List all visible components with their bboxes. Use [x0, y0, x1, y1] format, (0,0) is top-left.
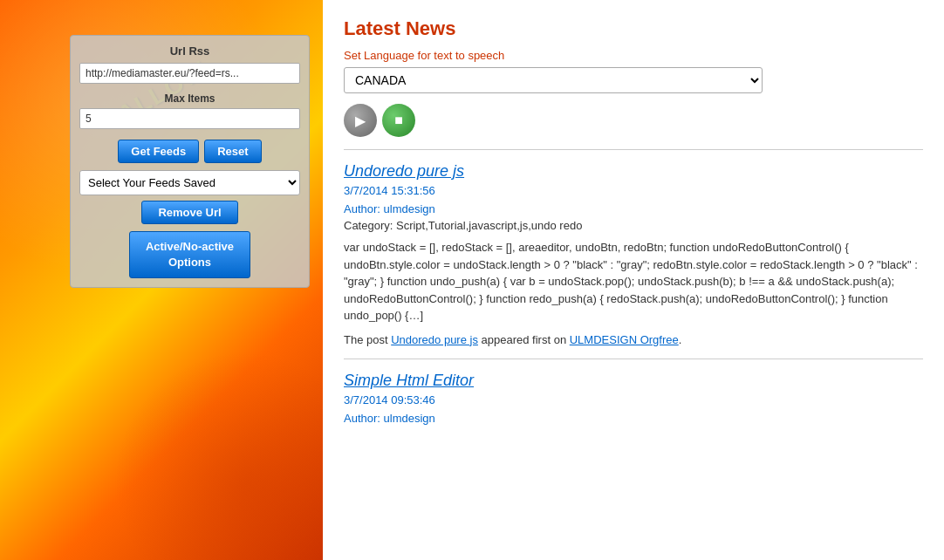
news-date-2: 3/7/2014 09:53:46	[344, 393, 923, 406]
active-options-button[interactable]: Active/No-activeOptions	[129, 231, 250, 278]
button-row: Get Feeds Reset	[79, 140, 300, 163]
audio-controls: ▶ ■	[344, 104, 923, 137]
footer-link-1[interactable]: Undoredo pure js	[391, 333, 478, 346]
main-content: Latest News Set Language for text to spe…	[323, 0, 944, 560]
divider-1	[344, 149, 923, 150]
news-item-1: Undoredo pure js 3/7/2014 15:31:56 Autho…	[344, 162, 923, 346]
divider-2	[344, 359, 923, 359]
max-items-label: Max Items	[79, 92, 300, 105]
news-footer-1: The post Undoredo pure js appeared first…	[344, 333, 923, 346]
play-icon: ▶	[355, 113, 366, 129]
news-date-1: 3/7/2014 15:31:56	[344, 184, 923, 197]
lang-label: Set Language for text to speech	[344, 49, 923, 62]
footer-link2-1[interactable]: ULMDESIGN Orgfree	[570, 333, 679, 346]
footer-prefix-1: The post	[344, 333, 391, 346]
get-feeds-button[interactable]: Get Feeds	[118, 140, 199, 163]
page-title: Latest News	[344, 17, 923, 40]
news-body-1: var undoStack = [], redoStack = [], area…	[344, 239, 923, 324]
url-rss-input[interactable]	[79, 63, 300, 84]
news-item-2: Simple Html Editor 3/7/2014 09:53:46 Aut…	[344, 372, 923, 425]
sidebar: ALLOW Url Rss Max Items Get Feeds Reset …	[0, 0, 323, 560]
footer-suffix-1: appeared first on	[478, 333, 570, 346]
select-feeds-dropdown[interactable]: Select Your Feeds Saved	[79, 170, 300, 195]
reset-button[interactable]: Reset	[204, 140, 261, 163]
news-title-1[interactable]: Undoredo pure js	[344, 162, 923, 181]
sidebar-panel: Url Rss Max Items Get Feeds Reset Select…	[70, 35, 310, 288]
max-items-input[interactable]	[79, 108, 300, 129]
news-author-1: Author: ulmdesign	[344, 202, 923, 215]
remove-url-button[interactable]: Remove Url	[141, 201, 237, 224]
language-select[interactable]: CANADA ENGLISH FRENCH SPANISH	[344, 67, 763, 93]
news-category-1: Category: Script,Tutorial,javascript,js,…	[344, 219, 923, 232]
audio-play-button[interactable]: ▶	[344, 104, 377, 137]
url-rss-label: Url Rss	[79, 44, 300, 58]
footer-end-1: .	[679, 333, 682, 346]
news-author-2: Author: ulmdesign	[344, 412, 923, 425]
stop-icon: ■	[394, 113, 403, 128]
news-title-2[interactable]: Simple Html Editor	[344, 372, 923, 390]
audio-stop-button[interactable]: ■	[382, 104, 415, 137]
